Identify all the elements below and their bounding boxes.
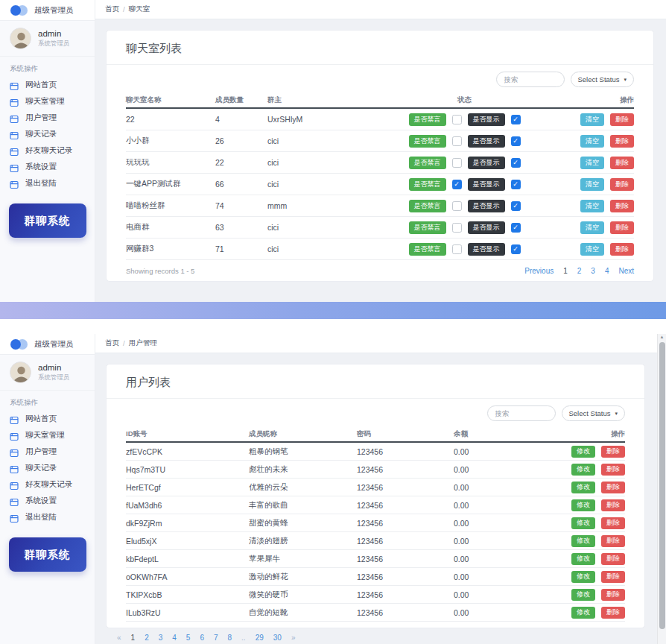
modify-button[interactable]: 修改 xyxy=(571,535,595,547)
mute-checkbox[interactable] xyxy=(452,201,462,211)
mute-checkbox[interactable] xyxy=(452,158,462,168)
page-item-«[interactable]: « xyxy=(117,634,121,642)
page-item-8[interactable]: 8 xyxy=(228,634,232,642)
sidebar-item-3[interactable]: 用户管理 xyxy=(0,110,95,126)
delete-button[interactable]: 删除 xyxy=(601,499,625,511)
clear-button[interactable]: 清空 xyxy=(580,200,604,212)
show-checkbox[interactable]: ✓ xyxy=(511,180,521,189)
delete-button[interactable]: 删除 xyxy=(610,135,634,148)
page-item-2[interactable]: 2 xyxy=(577,267,582,275)
modify-button[interactable]: 修改 xyxy=(571,464,595,476)
show-checkbox[interactable]: ✓ xyxy=(511,158,521,168)
sidebar-item-6[interactable]: 系统设置 xyxy=(0,159,95,175)
delete-button[interactable]: 删除 xyxy=(601,589,625,601)
page-item-30[interactable]: 30 xyxy=(273,634,282,642)
clear-button[interactable]: 清空 xyxy=(580,157,604,169)
delete-button[interactable]: 删除 xyxy=(610,200,634,212)
show-toggle-button[interactable]: 是否显示 xyxy=(468,243,505,256)
delete-button[interactable]: 删除 xyxy=(601,446,625,458)
page-item-..[interactable]: .. xyxy=(241,634,246,642)
sidebar-item-4[interactable]: 聊天记录 xyxy=(0,126,95,142)
breadcrumb-home[interactable]: 首页 xyxy=(105,338,119,348)
modify-button[interactable]: 修改 xyxy=(571,553,595,565)
sidebar-item-2[interactable]: 聊天室管理 xyxy=(0,93,95,110)
breadcrumb-home[interactable]: 首页 xyxy=(105,4,119,14)
clear-button[interactable]: 清空 xyxy=(580,135,604,148)
mute-toggle-button[interactable]: 是否禁言 xyxy=(409,243,446,256)
page-item-1[interactable]: 1 xyxy=(563,267,568,275)
clear-button[interactable]: 清空 xyxy=(580,243,604,256)
sidebar-item-4[interactable]: 聊天记录 xyxy=(0,460,95,476)
mute-toggle-button[interactable]: 是否禁言 xyxy=(409,200,446,212)
show-checkbox[interactable]: ✓ xyxy=(511,223,521,233)
show-toggle-button[interactable]: 是否显示 xyxy=(468,113,505,126)
show-checkbox[interactable]: ✓ xyxy=(511,115,521,124)
mute-checkbox[interactable] xyxy=(452,244,462,254)
delete-button[interactable]: 删除 xyxy=(610,221,634,234)
mute-checkbox[interactable]: ✓ xyxy=(452,180,462,189)
show-checkbox[interactable]: ✓ xyxy=(511,201,521,211)
page-item-Next[interactable]: Next xyxy=(618,267,634,275)
page-item-Previous[interactable]: Previous xyxy=(524,267,554,275)
show-toggle-button[interactable]: 是否显示 xyxy=(468,200,505,212)
clear-button[interactable]: 清空 xyxy=(580,178,604,191)
show-toggle-button[interactable]: 是否显示 xyxy=(468,178,505,191)
show-toggle-button[interactable]: 是否显示 xyxy=(468,221,505,234)
sidebar-item-1[interactable]: 网站首页 xyxy=(0,411,95,427)
mute-toggle-button[interactable]: 是否禁言 xyxy=(409,157,446,169)
show-checkbox[interactable]: ✓ xyxy=(511,244,521,254)
mute-checkbox[interactable] xyxy=(452,115,462,124)
modify-button[interactable]: 修改 xyxy=(571,482,595,493)
delete-button[interactable]: 删除 xyxy=(601,553,625,565)
page-item-4[interactable]: 4 xyxy=(172,634,177,642)
scrollbar-up-arrow-icon[interactable]: ▲ xyxy=(658,335,666,339)
clear-button[interactable]: 清空 xyxy=(580,113,604,126)
delete-button[interactable]: 删除 xyxy=(601,535,625,547)
sidebar-item-7[interactable]: 退出登陆 xyxy=(0,509,95,525)
search-input[interactable] xyxy=(487,405,556,421)
page-item-3[interactable]: 3 xyxy=(159,634,163,642)
page-item-6[interactable]: 6 xyxy=(200,634,204,642)
mute-toggle-button[interactable]: 是否禁言 xyxy=(409,135,446,148)
page-item-»[interactable]: » xyxy=(291,634,296,642)
scrollbar-thumb[interactable] xyxy=(659,342,665,629)
search-input[interactable] xyxy=(496,72,565,87)
mute-checkbox[interactable] xyxy=(452,136,462,146)
sidebar-item-1[interactable]: 网站首页 xyxy=(0,77,95,93)
modify-button[interactable]: 修改 xyxy=(571,499,595,511)
modify-button[interactable]: 修改 xyxy=(571,517,595,529)
system-banner[interactable]: 群聊系统 xyxy=(9,537,86,572)
sidebar-item-6[interactable]: 系统设置 xyxy=(0,493,95,509)
delete-button[interactable]: 删除 xyxy=(601,607,625,619)
scrollbar[interactable]: ▲ xyxy=(657,334,666,644)
delete-button[interactable]: 删除 xyxy=(601,464,625,476)
status-filter-select[interactable]: Select Status ▾ xyxy=(571,72,635,87)
modify-button[interactable]: 修改 xyxy=(571,607,595,619)
page-item-4[interactable]: 4 xyxy=(605,267,609,275)
delete-button[interactable]: 删除 xyxy=(610,113,634,126)
show-toggle-button[interactable]: 是否显示 xyxy=(468,157,505,169)
delete-button[interactable]: 删除 xyxy=(610,178,634,191)
show-checkbox[interactable]: ✓ xyxy=(511,136,521,146)
sidebar-item-5[interactable]: 好友聊天记录 xyxy=(0,142,95,159)
delete-button[interactable]: 删除 xyxy=(601,517,625,529)
clear-button[interactable]: 清空 xyxy=(580,221,604,234)
page-item-1[interactable]: 1 xyxy=(131,634,136,642)
show-toggle-button[interactable]: 是否显示 xyxy=(468,135,505,148)
mute-toggle-button[interactable]: 是否禁言 xyxy=(409,178,446,191)
sidebar-item-5[interactable]: 好友聊天记录 xyxy=(0,476,95,493)
page-item-29[interactable]: 29 xyxy=(256,634,264,642)
delete-button[interactable]: 删除 xyxy=(601,482,625,493)
page-item-3[interactable]: 3 xyxy=(591,267,595,275)
delete-button[interactable]: 删除 xyxy=(601,571,625,583)
modify-button[interactable]: 修改 xyxy=(571,589,595,601)
sidebar-item-2[interactable]: 聊天室管理 xyxy=(0,427,95,443)
mute-checkbox[interactable] xyxy=(452,223,462,233)
delete-button[interactable]: 删除 xyxy=(610,243,634,256)
modify-button[interactable]: 修改 xyxy=(571,571,595,583)
mute-toggle-button[interactable]: 是否禁言 xyxy=(409,221,446,234)
delete-button[interactable]: 删除 xyxy=(610,157,634,169)
status-filter-select[interactable]: Select Status ▾ xyxy=(562,405,626,421)
mute-toggle-button[interactable]: 是否禁言 xyxy=(409,113,446,126)
sidebar-item-3[interactable]: 用户管理 xyxy=(0,443,95,460)
